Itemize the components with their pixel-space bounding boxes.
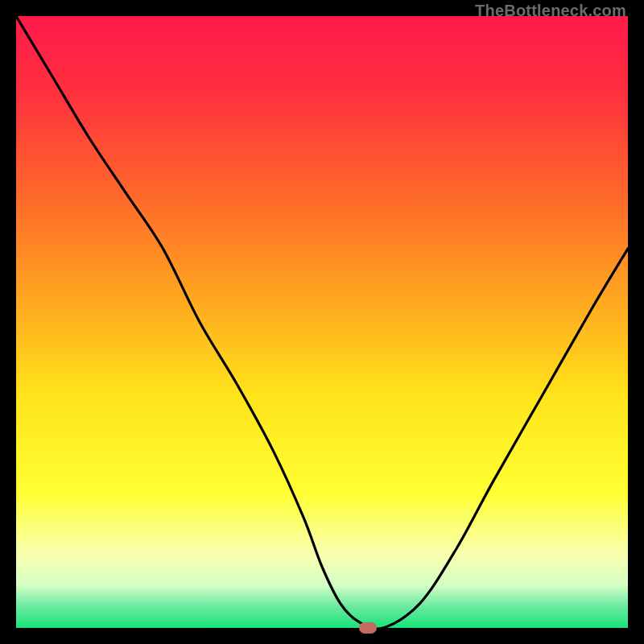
outer-frame: TheBottleneck.com — [0, 0, 644, 644]
plot-area — [16, 16, 628, 628]
bottleneck-curve — [16, 16, 628, 628]
optimal-point-marker — [359, 622, 377, 634]
watermark-text: TheBottleneck.com — [475, 2, 626, 20]
